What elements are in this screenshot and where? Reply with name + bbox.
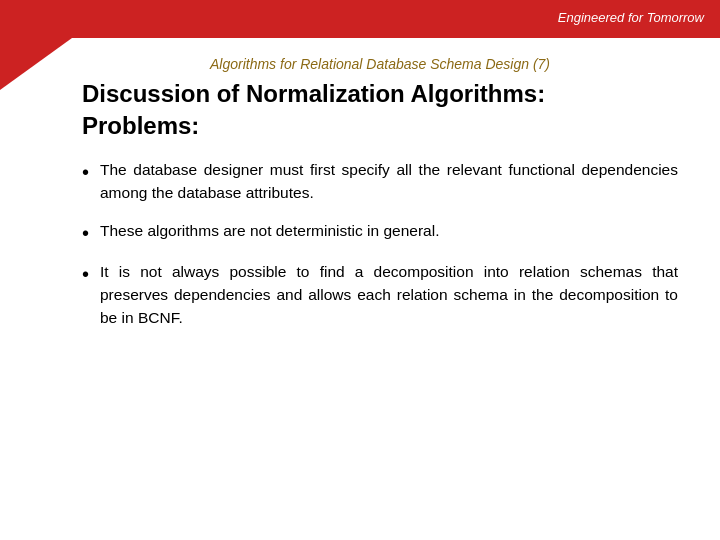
slide-sub-title: Problems: (82, 112, 678, 140)
bullet-text-2: These algorithms are not deterministic i… (100, 219, 678, 242)
engineered-label: Engineered for Tomorrow (558, 10, 704, 25)
bullet-text-3: It is not always possible to find a deco… (100, 260, 678, 330)
bullet-dot: • (82, 220, 100, 246)
slide-main-title: Discussion of Normalization Algorithms: (82, 80, 678, 108)
left-accent-fold (0, 38, 72, 90)
bullet-dot: • (82, 159, 100, 185)
bullet-list: • The database designer must first speci… (82, 158, 678, 329)
bullet-text-1: The database designer must first specify… (100, 158, 678, 205)
list-item: • The database designer must first speci… (82, 158, 678, 205)
list-item: • It is not always possible to find a de… (82, 260, 678, 330)
slide-subtitle: Algorithms for Relational Database Schem… (82, 56, 678, 72)
bullet-dot: • (82, 261, 100, 287)
slide-content: Algorithms for Relational Database Schem… (72, 38, 700, 520)
list-item: • These algorithms are not deterministic… (82, 219, 678, 246)
